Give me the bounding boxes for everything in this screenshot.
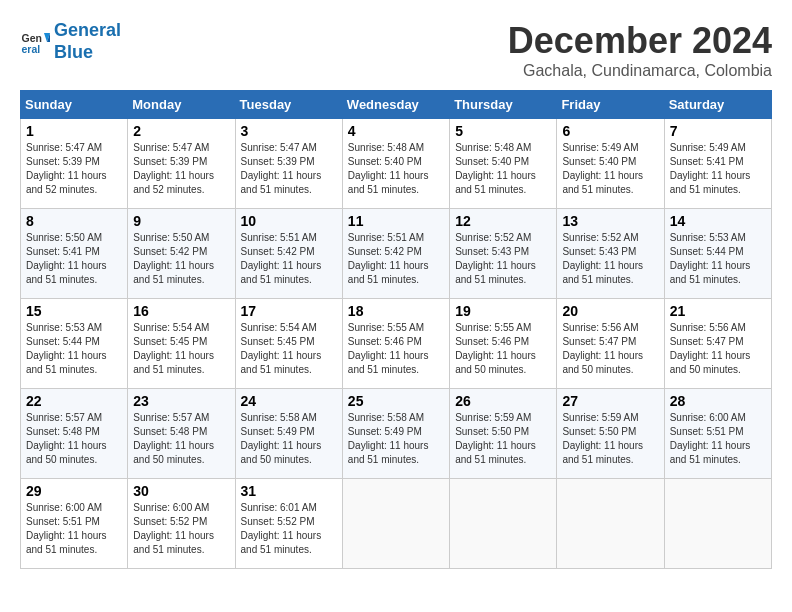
day-info: Sunrise: 5:49 AMSunset: 5:40 PMDaylight:… xyxy=(562,141,658,197)
day-info: Sunrise: 5:56 AMSunset: 5:47 PMDaylight:… xyxy=(670,321,766,377)
calendar-cell: 15Sunrise: 5:53 AMSunset: 5:44 PMDayligh… xyxy=(21,299,128,389)
day-info: Sunrise: 5:47 AMSunset: 5:39 PMDaylight:… xyxy=(241,141,337,197)
day-number: 16 xyxy=(133,303,229,319)
day-info: Sunrise: 5:54 AMSunset: 5:45 PMDaylight:… xyxy=(241,321,337,377)
calendar-header-row: SundayMondayTuesdayWednesdayThursdayFrid… xyxy=(21,91,772,119)
day-number: 6 xyxy=(562,123,658,139)
calendar-cell: 3Sunrise: 5:47 AMSunset: 5:39 PMDaylight… xyxy=(235,119,342,209)
calendar-cell: 18Sunrise: 5:55 AMSunset: 5:46 PMDayligh… xyxy=(342,299,449,389)
calendar-cell xyxy=(664,479,771,569)
calendar-cell: 12Sunrise: 5:52 AMSunset: 5:43 PMDayligh… xyxy=(450,209,557,299)
day-info: Sunrise: 5:58 AMSunset: 5:49 PMDaylight:… xyxy=(348,411,444,467)
day-info: Sunrise: 5:48 AMSunset: 5:40 PMDaylight:… xyxy=(455,141,551,197)
day-info: Sunrise: 5:55 AMSunset: 5:46 PMDaylight:… xyxy=(348,321,444,377)
calendar-week-row: 22Sunrise: 5:57 AMSunset: 5:48 PMDayligh… xyxy=(21,389,772,479)
day-info: Sunrise: 5:52 AMSunset: 5:43 PMDaylight:… xyxy=(455,231,551,287)
day-info: Sunrise: 5:47 AMSunset: 5:39 PMDaylight:… xyxy=(133,141,229,197)
calendar-cell xyxy=(450,479,557,569)
logo-text: General Blue xyxy=(54,20,121,63)
calendar-cell: 14Sunrise: 5:53 AMSunset: 5:44 PMDayligh… xyxy=(664,209,771,299)
column-header-saturday: Saturday xyxy=(664,91,771,119)
logo: Gen eral General Blue xyxy=(20,20,121,63)
calendar-cell: 16Sunrise: 5:54 AMSunset: 5:45 PMDayligh… xyxy=(128,299,235,389)
column-header-friday: Friday xyxy=(557,91,664,119)
day-info: Sunrise: 5:53 AMSunset: 5:44 PMDaylight:… xyxy=(670,231,766,287)
day-info: Sunrise: 5:59 AMSunset: 5:50 PMDaylight:… xyxy=(455,411,551,467)
main-title: December 2024 xyxy=(508,20,772,62)
calendar-week-row: 1Sunrise: 5:47 AMSunset: 5:39 PMDaylight… xyxy=(21,119,772,209)
day-number: 4 xyxy=(348,123,444,139)
day-info: Sunrise: 5:57 AMSunset: 5:48 PMDaylight:… xyxy=(133,411,229,467)
day-number: 13 xyxy=(562,213,658,229)
day-number: 15 xyxy=(26,303,122,319)
day-number: 25 xyxy=(348,393,444,409)
day-info: Sunrise: 5:48 AMSunset: 5:40 PMDaylight:… xyxy=(348,141,444,197)
day-number: 10 xyxy=(241,213,337,229)
calendar-cell: 26Sunrise: 5:59 AMSunset: 5:50 PMDayligh… xyxy=(450,389,557,479)
day-info: Sunrise: 5:50 AMSunset: 5:42 PMDaylight:… xyxy=(133,231,229,287)
day-info: Sunrise: 5:51 AMSunset: 5:42 PMDaylight:… xyxy=(348,231,444,287)
day-number: 31 xyxy=(241,483,337,499)
day-number: 18 xyxy=(348,303,444,319)
day-number: 12 xyxy=(455,213,551,229)
day-number: 5 xyxy=(455,123,551,139)
day-info: Sunrise: 5:51 AMSunset: 5:42 PMDaylight:… xyxy=(241,231,337,287)
calendar-cell: 5Sunrise: 5:48 AMSunset: 5:40 PMDaylight… xyxy=(450,119,557,209)
column-header-monday: Monday xyxy=(128,91,235,119)
calendar-cell: 9Sunrise: 5:50 AMSunset: 5:42 PMDaylight… xyxy=(128,209,235,299)
day-number: 19 xyxy=(455,303,551,319)
day-number: 9 xyxy=(133,213,229,229)
calendar-cell: 1Sunrise: 5:47 AMSunset: 5:39 PMDaylight… xyxy=(21,119,128,209)
day-number: 2 xyxy=(133,123,229,139)
calendar-cell: 6Sunrise: 5:49 AMSunset: 5:40 PMDaylight… xyxy=(557,119,664,209)
calendar-table: SundayMondayTuesdayWednesdayThursdayFrid… xyxy=(20,90,772,569)
header: Gen eral General Blue December 2024 Gach… xyxy=(20,20,772,80)
logo-icon: Gen eral xyxy=(20,27,50,57)
calendar-cell: 7Sunrise: 5:49 AMSunset: 5:41 PMDaylight… xyxy=(664,119,771,209)
calendar-cell: 24Sunrise: 5:58 AMSunset: 5:49 PMDayligh… xyxy=(235,389,342,479)
calendar-cell: 27Sunrise: 5:59 AMSunset: 5:50 PMDayligh… xyxy=(557,389,664,479)
day-number: 1 xyxy=(26,123,122,139)
column-header-sunday: Sunday xyxy=(21,91,128,119)
day-number: 14 xyxy=(670,213,766,229)
day-number: 22 xyxy=(26,393,122,409)
title-area: December 2024 Gachala, Cundinamarca, Col… xyxy=(508,20,772,80)
calendar-cell: 28Sunrise: 6:00 AMSunset: 5:51 PMDayligh… xyxy=(664,389,771,479)
calendar-cell: 19Sunrise: 5:55 AMSunset: 5:46 PMDayligh… xyxy=(450,299,557,389)
column-header-thursday: Thursday xyxy=(450,91,557,119)
day-number: 11 xyxy=(348,213,444,229)
subtitle: Gachala, Cundinamarca, Colombia xyxy=(508,62,772,80)
day-info: Sunrise: 5:47 AMSunset: 5:39 PMDaylight:… xyxy=(26,141,122,197)
calendar-cell: 10Sunrise: 5:51 AMSunset: 5:42 PMDayligh… xyxy=(235,209,342,299)
calendar-cell: 23Sunrise: 5:57 AMSunset: 5:48 PMDayligh… xyxy=(128,389,235,479)
column-header-wednesday: Wednesday xyxy=(342,91,449,119)
day-info: Sunrise: 5:58 AMSunset: 5:49 PMDaylight:… xyxy=(241,411,337,467)
calendar-cell: 4Sunrise: 5:48 AMSunset: 5:40 PMDaylight… xyxy=(342,119,449,209)
calendar-cell: 31Sunrise: 6:01 AMSunset: 5:52 PMDayligh… xyxy=(235,479,342,569)
day-info: Sunrise: 5:59 AMSunset: 5:50 PMDaylight:… xyxy=(562,411,658,467)
day-info: Sunrise: 6:01 AMSunset: 5:52 PMDaylight:… xyxy=(241,501,337,557)
day-number: 24 xyxy=(241,393,337,409)
day-number: 8 xyxy=(26,213,122,229)
day-number: 7 xyxy=(670,123,766,139)
day-info: Sunrise: 6:00 AMSunset: 5:51 PMDaylight:… xyxy=(26,501,122,557)
day-number: 27 xyxy=(562,393,658,409)
day-info: Sunrise: 5:53 AMSunset: 5:44 PMDaylight:… xyxy=(26,321,122,377)
day-number: 28 xyxy=(670,393,766,409)
calendar-cell xyxy=(557,479,664,569)
day-info: Sunrise: 5:52 AMSunset: 5:43 PMDaylight:… xyxy=(562,231,658,287)
calendar-cell xyxy=(342,479,449,569)
calendar-cell: 17Sunrise: 5:54 AMSunset: 5:45 PMDayligh… xyxy=(235,299,342,389)
day-info: Sunrise: 5:50 AMSunset: 5:41 PMDaylight:… xyxy=(26,231,122,287)
day-number: 20 xyxy=(562,303,658,319)
day-number: 29 xyxy=(26,483,122,499)
calendar-cell: 20Sunrise: 5:56 AMSunset: 5:47 PMDayligh… xyxy=(557,299,664,389)
calendar-cell: 30Sunrise: 6:00 AMSunset: 5:52 PMDayligh… xyxy=(128,479,235,569)
day-info: Sunrise: 6:00 AMSunset: 5:51 PMDaylight:… xyxy=(670,411,766,467)
day-number: 26 xyxy=(455,393,551,409)
calendar-week-row: 15Sunrise: 5:53 AMSunset: 5:44 PMDayligh… xyxy=(21,299,772,389)
calendar-cell: 8Sunrise: 5:50 AMSunset: 5:41 PMDaylight… xyxy=(21,209,128,299)
day-number: 3 xyxy=(241,123,337,139)
calendar-cell: 2Sunrise: 5:47 AMSunset: 5:39 PMDaylight… xyxy=(128,119,235,209)
day-info: Sunrise: 5:57 AMSunset: 5:48 PMDaylight:… xyxy=(26,411,122,467)
